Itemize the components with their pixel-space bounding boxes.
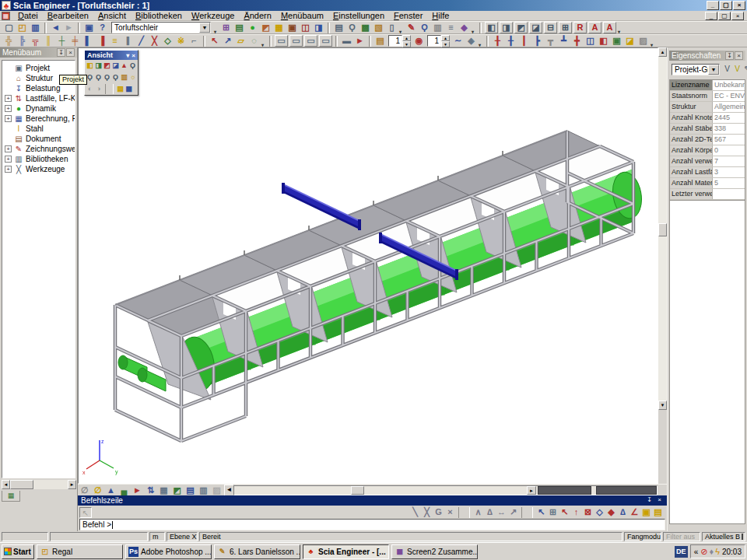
property-row[interactable]: Letzter verwen... xyxy=(670,189,745,200)
buckling-icon[interactable]: ▨ xyxy=(637,35,650,47)
status-filter[interactable]: Filter aus xyxy=(663,532,700,541)
cross-brace-icon[interactable]: ╳ xyxy=(148,35,161,47)
tree-item[interactable]: ▤ Dokument xyxy=(2,134,75,144)
power-tray-icon[interactable]: ϟ xyxy=(715,548,720,556)
tree-item[interactable]: + ╳ Werkzeuge xyxy=(2,164,75,174)
render-mode-icon-3[interactable]: A xyxy=(603,22,616,33)
window-layout-icon-4[interactable]: ◪ xyxy=(529,22,542,33)
beam-icon[interactable]: ╠ xyxy=(16,35,29,47)
expand-icon[interactable]: + xyxy=(5,95,12,102)
catalog-block-icon[interactable]: ◇ xyxy=(161,35,174,47)
scrollbar-thumb[interactable] xyxy=(10,480,33,489)
scroll-up-icon[interactable]: ▲ xyxy=(658,47,667,57)
view-params-icon[interactable]: ▤ xyxy=(116,84,124,94)
truss-icon[interactable]: ∥ xyxy=(121,35,135,47)
save-icon[interactable]: ▥ xyxy=(29,22,42,33)
expand-icon[interactable]: + xyxy=(5,145,12,152)
mdi-minimize-button[interactable]: _ xyxy=(705,12,717,20)
print-preview-icon[interactable]: Ϙ xyxy=(345,22,359,33)
select-polygon-icon[interactable]: ▱ xyxy=(234,35,247,47)
view-xy-icon[interactable]: ◨ xyxy=(94,61,103,71)
plate-icon[interactable]: ║ xyxy=(42,35,55,47)
toolbar-icon[interactable] xyxy=(398,22,405,33)
wall-icon[interactable]: ┼ xyxy=(55,35,68,47)
scroll-left-icon[interactable]: ◄ xyxy=(2,480,10,489)
toolbar-icon[interactable] xyxy=(105,84,114,94)
perspective-icon[interactable]: ▦ xyxy=(124,84,133,94)
select-add-icon[interactable]: ↗ xyxy=(221,35,234,47)
status-active-layer[interactable]: Aktuelles B xyxy=(702,532,745,541)
cursor-snap-icon[interactable]: ↖ xyxy=(535,506,547,518)
close-button[interactable]: × xyxy=(733,1,745,10)
free-form-icon[interactable]: ※ xyxy=(174,35,188,47)
pin-icon[interactable]: ↧ xyxy=(645,496,654,505)
snap-line-icon[interactable]: ╲ xyxy=(409,506,421,518)
toolbar-icon[interactable] xyxy=(203,36,205,47)
expand-icon[interactable] xyxy=(5,135,12,142)
snap-plane-icon[interactable]: ▣ xyxy=(640,506,652,518)
expand-icon[interactable] xyxy=(5,65,12,72)
clip-on-icon[interactable]: ∅ xyxy=(91,485,104,496)
concrete-icon[interactable]: ◆ xyxy=(458,22,471,33)
window-layout-icon-6[interactable]: ⊞ xyxy=(559,22,572,33)
axis-display-icon[interactable]: ▲ xyxy=(104,485,117,496)
close-window-icon[interactable]: ▣ xyxy=(82,22,96,33)
clipboard-icon[interactable]: ▤ xyxy=(374,35,387,47)
window-layout-icon-3[interactable]: ◩ xyxy=(514,22,528,33)
refine-icon[interactable]: ◧ xyxy=(597,35,610,47)
tree-item[interactable]: ▣ Projekt xyxy=(2,63,75,73)
connect-members-icon[interactable]: ◪ xyxy=(623,35,637,47)
close-icon[interactable]: × xyxy=(655,496,664,505)
mdi-close-button[interactable]: × xyxy=(731,12,744,20)
property-row[interactable]: Anzahl Stäbe: 338 xyxy=(670,124,745,135)
snap-extend-icon[interactable]: ↔ xyxy=(496,506,507,518)
taskbar-button[interactable]: ▦ Screen2 Zusamme... xyxy=(391,544,478,559)
project-data-icon[interactable]: ⊞ xyxy=(219,22,233,33)
close-icon[interactable]: × xyxy=(132,52,135,59)
toolbar-icon[interactable] xyxy=(328,23,330,33)
node-icon[interactable]: ╬ xyxy=(2,35,16,47)
property-row[interactable]: Anzahl Materi... 5 xyxy=(670,178,745,189)
menu-item[interactable]: Menübaum xyxy=(276,11,328,21)
link-icon[interactable]: ◈ xyxy=(465,35,478,47)
view-axo-icon[interactable]: ◧ xyxy=(86,61,94,71)
paste-view-icon[interactable]: ◑ xyxy=(94,84,103,94)
mdi-document-icon[interactable]: ▦ xyxy=(2,12,10,20)
toolbar-icon[interactable] xyxy=(479,23,482,33)
snap-ortho-icon[interactable]: ▤ xyxy=(652,506,664,518)
layers-icon[interactable]: ▦ xyxy=(272,22,286,33)
snap-grid-icon[interactable]: G xyxy=(433,506,444,518)
property-row[interactable]: Anzahl 2D-Tei... 567 xyxy=(670,135,745,145)
property-row[interactable]: Staatsnorm EC - ENV xyxy=(670,91,745,102)
no-entry-tray-icon[interactable]: ⊘ xyxy=(700,548,707,556)
zoom-window-icon[interactable]: Ϙ xyxy=(103,72,111,82)
scrollbar-thumb[interactable] xyxy=(351,486,364,495)
grid-display-icon[interactable]: ▦ xyxy=(157,485,170,496)
chevron-down-icon[interactable]: ▼ xyxy=(199,23,210,33)
open-project-icon[interactable]: ◰ xyxy=(16,22,29,33)
zoom-all-icon[interactable]: Ϙ xyxy=(111,72,120,82)
sort-icon[interactable]: ⇅ xyxy=(144,485,157,496)
restore-button[interactable]: ▢ xyxy=(720,1,732,10)
filter-v0-icon[interactable]: V xyxy=(722,64,732,75)
ansicht-titlebar[interactable]: Ansicht ▾ × xyxy=(85,51,138,60)
render-view-icon[interactable]: ◩ xyxy=(170,485,184,496)
toolbar-icon[interactable] xyxy=(471,22,477,33)
menu-item[interactable]: Datei xyxy=(13,11,43,21)
flag-icon[interactable]: ► xyxy=(131,485,144,496)
tree-item[interactable]: + ✎ Zeichnungswerkzeuge xyxy=(2,144,75,154)
mute-tray-icon[interactable]: ♦ xyxy=(710,548,714,556)
hide-selection-icon[interactable]: ▬ xyxy=(340,35,353,47)
menubaum-panel-titlebar[interactable]: Menübaum ↧ × xyxy=(0,47,77,58)
book-icon[interactable]: ▤ xyxy=(184,485,197,496)
scale-up-icon[interactable]: ◉ xyxy=(412,35,426,47)
run-action-icon[interactable]: ► xyxy=(353,35,366,47)
clock[interactable]: 20:03 xyxy=(722,548,742,556)
minimize-button[interactable]: _ xyxy=(707,1,719,10)
chevron-down-icon[interactable]: ▾ xyxy=(126,52,129,59)
toolbar-icon[interactable] xyxy=(486,36,489,47)
properties-panel-titlebar[interactable]: Eigenschaften ↧ × xyxy=(669,51,745,61)
expand-icon[interactable] xyxy=(5,125,12,132)
table-icon[interactable]: ▥ xyxy=(197,485,210,496)
pane-layout-icon-4[interactable]: ▭ xyxy=(319,35,332,47)
